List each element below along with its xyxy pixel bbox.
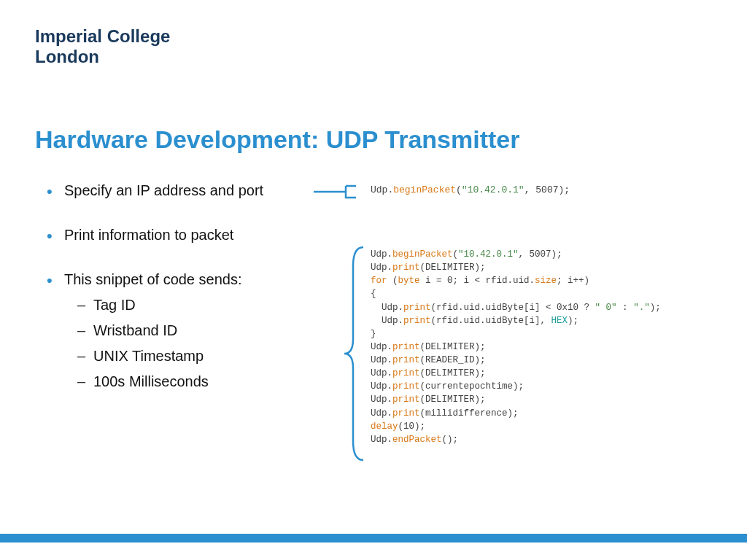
- bullet-list: Specify an IP address and port Print inf…: [44, 181, 306, 416]
- arrow-connector-icon: [314, 184, 357, 199]
- sub-3: UNIX Timestamp: [64, 346, 306, 366]
- bullet-3: This snippet of code sends: Tag ID Wrist…: [44, 270, 306, 392]
- code-snippet-2: Udp.beginPacket("10.42.0.1", 5007); Udp.…: [371, 248, 661, 446]
- footer-bar: [0, 534, 747, 542]
- org-logo: Imperial College London: [35, 26, 170, 66]
- brace-connector-icon: [343, 244, 365, 463]
- sub-4: 100s Milliseconds: [64, 372, 306, 392]
- code-snippet-1: Udp.beginPacket("10.42.0.1", 5007);: [371, 184, 570, 198]
- logo-line2: London: [35, 47, 170, 67]
- logo-line1: Imperial College: [35, 26, 170, 47]
- slide-title: Hardware Development: UDP Transmitter: [35, 125, 519, 154]
- bullet-2: Print information to packet: [44, 225, 306, 245]
- sub-2: Wristband ID: [64, 321, 306, 341]
- sub-1: Tag ID: [64, 295, 306, 315]
- bullet-3-text: This snippet of code sends:: [64, 271, 241, 287]
- bullet-1: Specify an IP address and port: [44, 181, 306, 201]
